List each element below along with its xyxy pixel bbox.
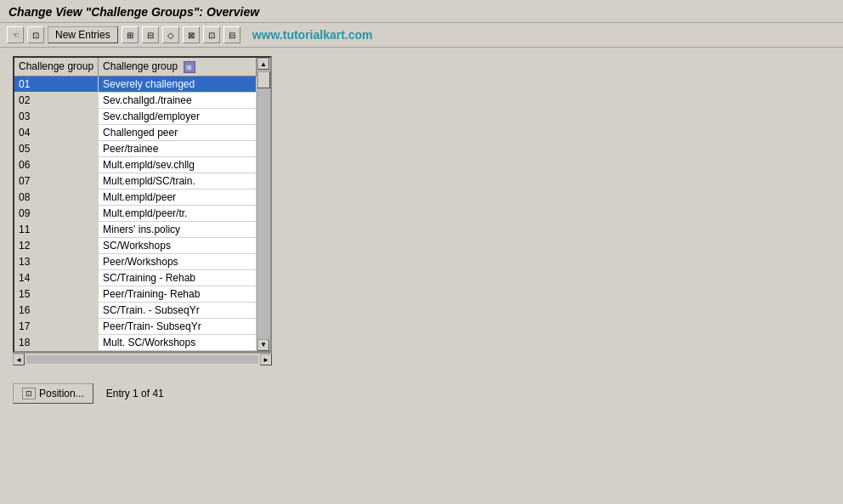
position-button[interactable]: ⊡ Position... [13, 383, 93, 404]
h-scroll-track[interactable] [26, 355, 258, 364]
position-label: Position... [39, 388, 84, 399]
row-name: Peer/Training- Rehab [99, 286, 257, 302]
row-code: 06 [14, 156, 99, 173]
table-row[interactable]: 04Challenged peer [14, 124, 257, 140]
row-code: 08 [14, 189, 99, 205]
scroll-left-btn[interactable]: ◄ [13, 354, 25, 365]
row-code: 13 [14, 253, 99, 269]
row-name: Peer/Workshops [99, 253, 257, 269]
col2-header: Challenge group ⊞ [99, 58, 257, 76]
col-resize-icon[interactable]: ⊞ [184, 61, 195, 73]
table-row[interactable]: 06Mult.empld/sev.chllg [14, 156, 257, 173]
bottom-bar: ⊡ Position... Entry 1 of 41 [0, 375, 843, 412]
row-code: 18 [14, 334, 99, 350]
table-wrapper: Challenge group Challenge group ⊞ 01Seve… [13, 56, 272, 353]
row-name: Peer/trainee [99, 140, 257, 156]
new-entries-button[interactable]: New Entries [48, 26, 118, 43]
toolbar-icon-7[interactable]: ⊡ [203, 26, 220, 43]
row-name: Mult.empld/SC/train. [99, 173, 257, 189]
row-code: 15 [14, 286, 99, 302]
row-code: 01 [14, 76, 99, 92]
toolbar: ☜ ⊡ New Entries ⊞ ⊟ ◇ ⊠ ⊡ ⊟ www.tutorial… [0, 23, 843, 48]
table-row[interactable]: 01Severely challenged [14, 76, 257, 92]
row-name: Miners' ins.policy [99, 221, 257, 237]
row-name: Peer/Train- SubseqYr [99, 318, 257, 334]
position-icon: ⊡ [22, 388, 36, 399]
table-row[interactable]: 16SC/Train. - SubseqYr [14, 302, 257, 318]
title-bar: Change View "Challenge Groups": Overview [0, 0, 843, 23]
toolbar-icon-3[interactable]: ⊞ [122, 26, 139, 43]
scroll-up-btn[interactable]: ▲ [257, 58, 269, 70]
table-row[interactable]: 09Mult.empld/peer/tr. [14, 205, 257, 221]
row-code: 04 [14, 124, 99, 140]
toolbar-icon-8[interactable]: ⊟ [223, 26, 240, 43]
row-code: 16 [14, 302, 99, 318]
watermark: www.tutorialkart.com [252, 28, 373, 42]
table-row[interactable]: 17Peer/Train- SubseqYr [14, 318, 257, 334]
row-name: Sev.challgd/employer [99, 108, 257, 124]
scroll-down-btn[interactable]: ▼ [257, 339, 269, 351]
toolbar-icon-6[interactable]: ⊠ [183, 26, 200, 43]
table-row[interactable]: 03Sev.challgd/employer [14, 108, 257, 124]
table-row[interactable]: 14SC/Training - Rehab [14, 269, 257, 286]
table-row[interactable]: 12SC/Workshops [14, 237, 257, 253]
row-name: Mult. SC/Workshops [99, 334, 257, 350]
row-name: SC/Workshops [99, 237, 257, 253]
toolbar-icon-4[interactable]: ⊟ [142, 26, 159, 43]
scroll-right-btn[interactable]: ► [260, 354, 272, 365]
row-code: 12 [14, 237, 99, 253]
row-name: Mult.empld/peer/tr. [99, 205, 257, 221]
table-row[interactable]: 15Peer/Training- Rehab [14, 286, 257, 302]
row-code: 03 [14, 108, 99, 124]
data-table: Challenge group Challenge group ⊞ 01Seve… [14, 58, 257, 351]
col1-header: Challenge group [14, 58, 99, 76]
row-name: Challenged peer [99, 124, 257, 140]
row-code: 17 [14, 318, 99, 334]
table-row[interactable]: 18Mult. SC/Workshops [14, 334, 257, 350]
row-name: Mult.empld/peer [99, 189, 257, 205]
row-code: 07 [14, 173, 99, 189]
toolbar-icon-1[interactable]: ☜ [7, 26, 24, 43]
row-name: Severely challenged [99, 76, 257, 92]
toolbar-icon-5[interactable]: ◇ [162, 26, 179, 43]
page-title: Change View "Challenge Groups": Overview [8, 5, 835, 19]
row-code: 02 [14, 92, 99, 108]
row-name: Mult.empld/sev.chllg [99, 156, 257, 173]
row-name: SC/Training - Rehab [99, 269, 257, 286]
row-name: SC/Train. - SubseqYr [99, 302, 257, 318]
horizontal-scrollbar[interactable]: ◄ ► [13, 353, 272, 366]
row-code: 05 [14, 140, 99, 156]
vertical-scrollbar[interactable]: ▲ ▼ [257, 58, 270, 351]
entry-count: Entry 1 of 41 [106, 388, 164, 399]
table-row[interactable]: 02Sev.challgd./trainee [14, 92, 257, 108]
row-name: Sev.challgd./trainee [99, 92, 257, 108]
toolbar-icon-2[interactable]: ⊡ [27, 26, 44, 43]
row-code: 11 [14, 221, 99, 237]
table-row[interactable]: 08Mult.empld/peer [14, 189, 257, 205]
main-content: Challenge group Challenge group ⊞ 01Seve… [0, 48, 843, 375]
row-code: 14 [14, 269, 99, 286]
table-row[interactable]: 05Peer/trainee [14, 140, 257, 156]
table-row[interactable]: 11Miners' ins.policy [14, 221, 257, 237]
table-row[interactable]: 07Mult.empld/SC/train. [14, 173, 257, 189]
table-row[interactable]: 13Peer/Workshops [14, 253, 257, 269]
table-inner: Challenge group Challenge group ⊞ 01Seve… [14, 58, 257, 351]
scroll-thumb[interactable] [257, 71, 270, 88]
row-code: 09 [14, 205, 99, 221]
scroll-track[interactable] [257, 70, 270, 339]
